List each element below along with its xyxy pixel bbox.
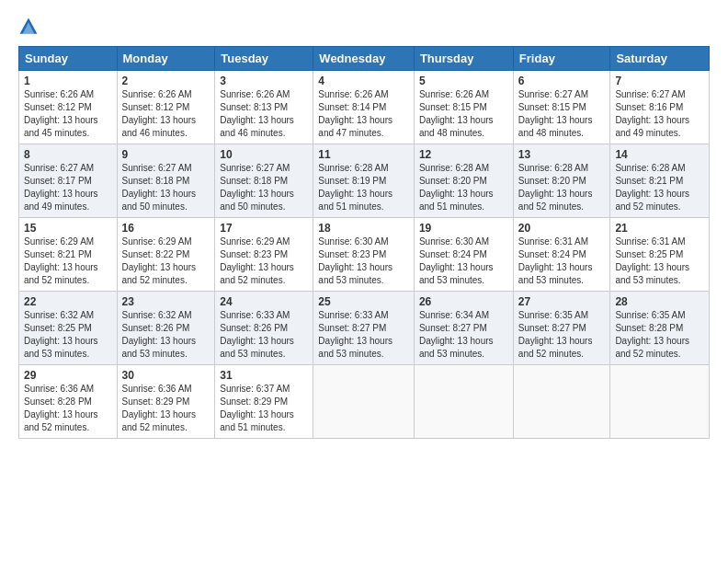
day-number: 22	[24, 295, 112, 308]
day-info: Sunrise: 6:28 AM Sunset: 8:20 PM Dayligh…	[419, 162, 508, 213]
day-info: Sunrise: 6:26 AM Sunset: 8:12 PM Dayligh…	[122, 88, 210, 140]
day-info: Sunrise: 6:35 AM Sunset: 8:27 PM Dayligh…	[518, 309, 606, 361]
day-number: 9	[122, 148, 210, 161]
day-info: Sunrise: 6:26 AM Sunset: 8:15 PM Dayligh…	[419, 88, 508, 140]
day-number: 27	[518, 295, 606, 308]
calendar-cell: 21Sunrise: 6:31 AM Sunset: 8:25 PM Dayli…	[610, 218, 710, 292]
day-number: 13	[518, 148, 606, 161]
calendar-cell: 18Sunrise: 6:30 AM Sunset: 8:23 PM Dayli…	[313, 218, 415, 292]
day-number: 11	[318, 148, 409, 161]
calendar-cell: 27Sunrise: 6:35 AM Sunset: 8:27 PM Dayli…	[513, 292, 610, 365]
day-info: Sunrise: 6:35 AM Sunset: 8:28 PM Dayligh…	[615, 309, 704, 361]
calendar-cell: 8Sunrise: 6:27 AM Sunset: 8:17 PM Daylig…	[19, 144, 118, 218]
calendar-cell: 6Sunrise: 6:27 AM Sunset: 8:15 PM Daylig…	[513, 71, 610, 144]
day-number: 7	[615, 75, 704, 87]
day-number: 18	[318, 222, 409, 235]
calendar-cell: 26Sunrise: 6:34 AM Sunset: 8:27 PM Dayli…	[414, 292, 513, 365]
day-number: 19	[419, 222, 508, 235]
day-number: 30	[122, 369, 210, 382]
calendar-cell: 9Sunrise: 6:27 AM Sunset: 8:18 PM Daylig…	[117, 144, 215, 218]
calendar-cell: 12Sunrise: 6:28 AM Sunset: 8:20 PM Dayli…	[414, 144, 513, 218]
day-number: 20	[518, 222, 606, 235]
calendar-header-row: SundayMondayTuesdayWednesdayThursdayFrid…	[19, 47, 710, 71]
day-number: 31	[220, 369, 308, 382]
day-info: Sunrise: 6:30 AM Sunset: 8:24 PM Dayligh…	[419, 236, 508, 287]
calendar-cell: 25Sunrise: 6:33 AM Sunset: 8:27 PM Dayli…	[313, 292, 415, 365]
day-info: Sunrise: 6:36 AM Sunset: 8:29 PM Dayligh…	[122, 383, 210, 434]
calendar-cell: 23Sunrise: 6:32 AM Sunset: 8:26 PM Dayli…	[117, 292, 215, 365]
calendar-cell: 20Sunrise: 6:31 AM Sunset: 8:24 PM Dayli…	[513, 218, 610, 292]
header	[18, 17, 710, 40]
day-info: Sunrise: 6:36 AM Sunset: 8:28 PM Dayligh…	[24, 383, 112, 434]
day-info: Sunrise: 6:29 AM Sunset: 8:21 PM Dayligh…	[24, 236, 112, 287]
day-number: 5	[419, 75, 508, 87]
calendar: SundayMondayTuesdayWednesdayThursdayFrid…	[18, 46, 710, 439]
day-info: Sunrise: 6:37 AM Sunset: 8:29 PM Dayligh…	[220, 383, 308, 434]
day-number: 21	[615, 222, 704, 235]
day-info: Sunrise: 6:26 AM Sunset: 8:12 PM Dayligh…	[24, 88, 112, 140]
calendar-cell: 5Sunrise: 6:26 AM Sunset: 8:15 PM Daylig…	[414, 71, 513, 144]
day-number: 6	[518, 75, 606, 87]
calendar-cell: 17Sunrise: 6:29 AM Sunset: 8:23 PM Dayli…	[215, 218, 313, 292]
calendar-cell: 15Sunrise: 6:29 AM Sunset: 8:21 PM Dayli…	[19, 218, 118, 292]
calendar-header-sunday: Sunday	[19, 47, 118, 71]
calendar-cell: 29Sunrise: 6:36 AM Sunset: 8:28 PM Dayli…	[19, 365, 118, 439]
day-number: 16	[122, 222, 210, 235]
calendar-header-saturday: Saturday	[610, 47, 710, 71]
calendar-week-3: 15Sunrise: 6:29 AM Sunset: 8:21 PM Dayli…	[19, 218, 710, 292]
calendar-cell: 13Sunrise: 6:28 AM Sunset: 8:20 PM Dayli…	[513, 144, 610, 218]
day-number: 14	[615, 148, 704, 161]
day-number: 1	[24, 75, 112, 87]
day-info: Sunrise: 6:33 AM Sunset: 8:27 PM Dayligh…	[318, 309, 409, 361]
day-number: 17	[220, 222, 308, 235]
calendar-cell	[513, 365, 610, 439]
day-number: 15	[24, 222, 112, 235]
calendar-cell: 14Sunrise: 6:28 AM Sunset: 8:21 PM Dayli…	[610, 144, 710, 218]
calendar-week-5: 29Sunrise: 6:36 AM Sunset: 8:28 PM Dayli…	[19, 365, 710, 439]
logo	[18, 17, 42, 40]
calendar-cell: 24Sunrise: 6:33 AM Sunset: 8:26 PM Dayli…	[215, 292, 313, 365]
calendar-cell: 2Sunrise: 6:26 AM Sunset: 8:12 PM Daylig…	[117, 71, 215, 144]
day-info: Sunrise: 6:28 AM Sunset: 8:20 PM Dayligh…	[518, 162, 606, 213]
calendar-cell: 28Sunrise: 6:35 AM Sunset: 8:28 PM Dayli…	[610, 292, 710, 365]
calendar-cell: 30Sunrise: 6:36 AM Sunset: 8:29 PM Dayli…	[117, 365, 215, 439]
calendar-cell: 19Sunrise: 6:30 AM Sunset: 8:24 PM Dayli…	[414, 218, 513, 292]
day-info: Sunrise: 6:27 AM Sunset: 8:16 PM Dayligh…	[615, 88, 704, 140]
calendar-cell	[610, 365, 710, 439]
calendar-header-monday: Monday	[117, 47, 215, 71]
logo-icon	[18, 17, 39, 37]
calendar-cell: 11Sunrise: 6:28 AM Sunset: 8:19 PM Dayli…	[313, 144, 415, 218]
calendar-cell: 4Sunrise: 6:26 AM Sunset: 8:14 PM Daylig…	[313, 71, 415, 144]
day-info: Sunrise: 6:33 AM Sunset: 8:26 PM Dayligh…	[220, 309, 308, 361]
calendar-header-wednesday: Wednesday	[313, 47, 415, 71]
day-info: Sunrise: 6:27 AM Sunset: 8:17 PM Dayligh…	[24, 162, 112, 213]
day-info: Sunrise: 6:27 AM Sunset: 8:15 PM Dayligh…	[518, 88, 606, 140]
calendar-cell: 3Sunrise: 6:26 AM Sunset: 8:13 PM Daylig…	[215, 71, 313, 144]
calendar-cell: 1Sunrise: 6:26 AM Sunset: 8:12 PM Daylig…	[19, 71, 118, 144]
calendar-cell: 10Sunrise: 6:27 AM Sunset: 8:18 PM Dayli…	[215, 144, 313, 218]
day-number: 4	[318, 75, 409, 87]
day-number: 12	[419, 148, 508, 161]
day-info: Sunrise: 6:29 AM Sunset: 8:22 PM Dayligh…	[122, 236, 210, 287]
calendar-cell: 7Sunrise: 6:27 AM Sunset: 8:16 PM Daylig…	[610, 71, 710, 144]
day-info: Sunrise: 6:27 AM Sunset: 8:18 PM Dayligh…	[220, 162, 308, 213]
day-info: Sunrise: 6:34 AM Sunset: 8:27 PM Dayligh…	[419, 309, 508, 361]
day-number: 3	[220, 75, 308, 87]
day-info: Sunrise: 6:29 AM Sunset: 8:23 PM Dayligh…	[220, 236, 308, 287]
calendar-cell: 16Sunrise: 6:29 AM Sunset: 8:22 PM Dayli…	[117, 218, 215, 292]
calendar-week-1: 1Sunrise: 6:26 AM Sunset: 8:12 PM Daylig…	[19, 71, 710, 144]
calendar-cell: 31Sunrise: 6:37 AM Sunset: 8:29 PM Dayli…	[215, 365, 313, 439]
day-info: Sunrise: 6:32 AM Sunset: 8:26 PM Dayligh…	[122, 309, 210, 361]
day-info: Sunrise: 6:31 AM Sunset: 8:24 PM Dayligh…	[518, 236, 606, 287]
day-number: 10	[220, 148, 308, 161]
page: SundayMondayTuesdayWednesdayThursdayFrid…	[0, 0, 728, 448]
day-info: Sunrise: 6:32 AM Sunset: 8:25 PM Dayligh…	[24, 309, 112, 361]
day-number: 25	[318, 295, 409, 308]
day-number: 28	[615, 295, 704, 308]
day-number: 8	[24, 148, 112, 161]
day-info: Sunrise: 6:28 AM Sunset: 8:21 PM Dayligh…	[615, 162, 704, 213]
day-info: Sunrise: 6:26 AM Sunset: 8:13 PM Dayligh…	[220, 88, 308, 140]
calendar-header-friday: Friday	[513, 47, 610, 71]
day-number: 2	[122, 75, 210, 87]
calendar-cell	[414, 365, 513, 439]
